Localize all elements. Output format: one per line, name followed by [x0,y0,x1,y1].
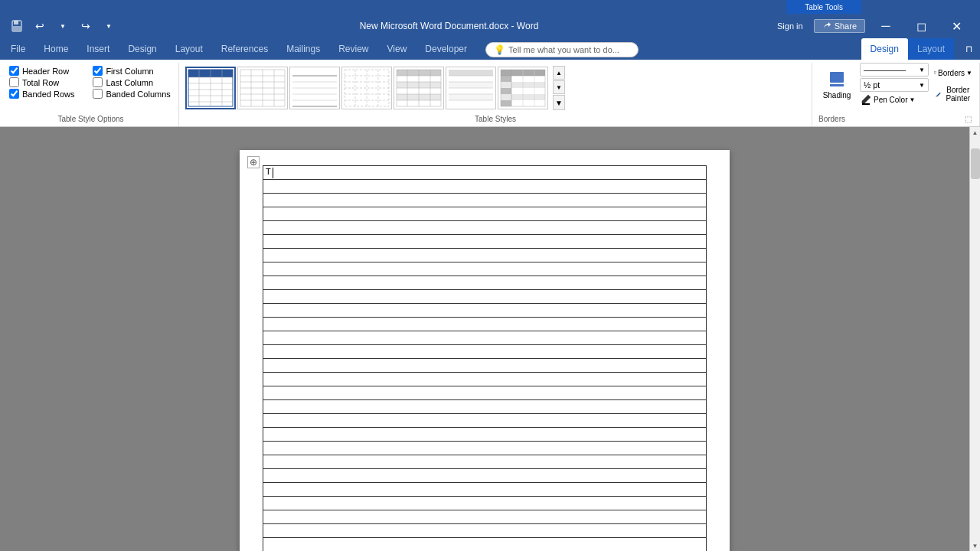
first-column-checkbox[interactable] [93,66,103,76]
svg-rect-68 [862,103,870,105]
table-cell[interactable] [263,359,707,373]
border-painter-icon [934,87,942,101]
table-style-4[interactable] [341,67,392,109]
table-cell[interactable] [263,276,707,290]
first-column-option[interactable]: First Column [93,66,170,76]
undo-dropdown[interactable]: ▼ [52,15,74,37]
tell-me-input[interactable]: 💡 Tell me what you want to do... [485,42,639,57]
table-cell[interactable] [263,497,707,510]
borders-dialog-launcher[interactable]: ⬚ [962,114,973,125]
table-cell[interactable] [263,262,707,276]
tab-table-design[interactable]: Design [861,38,908,60]
table-styles-scroll-down[interactable]: ▼ [553,80,565,94]
table-style-options-group: Header Row First Column Total Row Last C… [3,63,179,126]
table-cell[interactable] [263,249,707,262]
table-cell[interactable] [263,524,707,538]
document-area: ⊕ T [0,127,969,551]
border-style-button[interactable]: ————— ▼ [860,63,929,77]
scroll-down-button[interactable]: ▼ [970,540,981,551]
table-styles-group: ▲ ▼ ▼ Table Styles [179,63,812,126]
table-cell[interactable] [263,386,707,400]
banded-columns-option[interactable]: Banded Columns [93,89,170,99]
share-button[interactable]: Share [814,19,865,33]
table-style-2[interactable] [237,67,288,109]
vertical-scrollbar[interactable]: ▲ ▼ [969,127,980,551]
table-cell[interactable] [263,304,707,318]
scrollbar-thumb[interactable] [971,148,980,179]
table-move-handle[interactable]: ⊕ [247,156,260,168]
table-cell-1-1[interactable]: T [263,166,707,180]
banded-rows-checkbox[interactable] [9,89,19,99]
tab-insert[interactable]: Insert [77,38,119,60]
close-button[interactable]: ✕ [939,14,974,38]
table-cell[interactable] [263,373,707,386]
tab-table-layout[interactable]: Layout [908,38,954,60]
table-cell[interactable] [263,400,707,414]
table-row [263,455,707,469]
table-cell[interactable] [263,442,707,455]
table-row [263,428,707,442]
table-cell[interactable] [263,194,707,207]
sign-in-button[interactable]: Sign in [773,20,808,32]
ribbon-display-button[interactable]: ⊓ [958,38,979,60]
banded-rows-option[interactable]: Banded Rows [9,89,87,99]
table-styles-scroll-up[interactable]: ▲ [553,66,565,80]
tab-developer[interactable]: Developer [416,38,476,60]
svg-rect-2 [13,26,21,31]
table-style-7[interactable] [498,67,548,109]
tab-home[interactable]: Home [34,38,77,60]
borders-group-label: Borders [818,113,845,125]
table-styles-more[interactable]: ▼ [553,95,565,110]
table-cell[interactable] [263,221,707,235]
border-width-button[interactable]: ½ pt ▼ [860,78,929,92]
tab-mailings[interactable]: Mailings [277,38,329,60]
table-cell[interactable] [263,510,707,524]
table-styles-label: Table Styles [185,113,805,125]
tab-review[interactable]: Review [329,38,377,60]
banded-columns-checkbox[interactable] [93,89,103,99]
tab-layout[interactable]: Layout [166,38,212,60]
minimize-button[interactable]: ─ [868,14,903,38]
table-cell[interactable] [263,538,707,552]
table-style-5[interactable] [394,67,444,109]
total-row-checkbox[interactable] [9,77,19,87]
restore-button[interactable]: ◻ [903,14,939,38]
table-cell[interactable] [263,414,707,428]
table-cell[interactable] [263,290,707,304]
header-row-option[interactable]: Header Row [9,66,87,76]
table-style-6[interactable] [446,67,496,109]
table-cell[interactable] [263,345,707,359]
redo-button[interactable]: ↪ [75,15,96,37]
undo-button[interactable]: ↩ [29,15,51,37]
table-cell[interactable] [263,331,707,345]
table-cell[interactable] [263,469,707,483]
svg-rect-1 [14,21,18,24]
table-cell[interactable] [263,455,707,469]
borders-button[interactable]: Borders ▼ [933,63,973,83]
table-row [263,249,707,262]
document-table[interactable]: T [263,165,707,551]
table-style-1[interactable] [185,67,236,109]
header-row-checkbox[interactable] [9,66,19,76]
scroll-up-button[interactable]: ▲ [970,127,981,138]
save-button[interactable] [6,15,28,37]
table-cell[interactable] [263,207,707,221]
last-column-option[interactable]: Last Column [93,77,170,87]
table-cell[interactable] [263,428,707,442]
table-row [263,207,707,221]
total-row-option[interactable]: Total Row [9,77,87,87]
tab-view[interactable]: View [378,38,416,60]
table-style-3[interactable] [289,67,340,109]
tab-design[interactable]: Design [119,38,165,60]
customize-qat-button[interactable]: ▼ [98,15,119,37]
table-cell[interactable] [263,235,707,249]
content-area: ⊕ T [0,127,980,551]
border-painter-button[interactable]: Border Painter [933,84,973,104]
table-cell[interactable] [263,483,707,497]
tab-file[interactable]: File [2,38,34,60]
table-cell[interactable] [263,318,707,331]
shading-button[interactable]: Shading [818,63,855,106]
table-cell[interactable] [263,180,707,194]
last-column-checkbox[interactable] [93,77,103,87]
tab-references[interactable]: References [212,38,277,60]
